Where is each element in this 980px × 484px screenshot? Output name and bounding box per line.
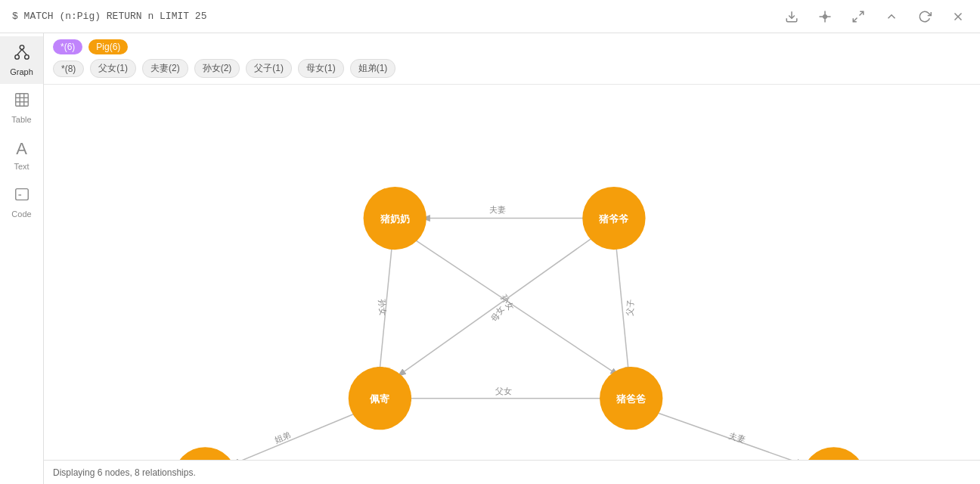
- node-label-zuyeye: 猪爷爷: [598, 213, 629, 225]
- edge-sunv-n1n4: [413, 238, 619, 376]
- rel-badge-sunv[interactable]: 孙女(2): [194, 59, 240, 78]
- text-icon: A: [16, 139, 27, 159]
- content-area: *(6) Pig(6) *(8) 父女(1) 夫妻(2) 孙女(2) 父子(1)…: [44, 33, 980, 484]
- pin-button[interactable]: [815, 7, 835, 26]
- edge-label-muv: 母女: [489, 304, 506, 323]
- graph-icon: [14, 44, 30, 64]
- code-label: Code: [11, 209, 31, 219]
- rel-badge-all[interactable]: *(8): [53, 60, 84, 77]
- node-badge-all[interactable]: *(6): [53, 39, 82, 54]
- rel-badge-fuv[interactable]: 父女(1): [90, 59, 136, 78]
- table-label: Table: [11, 115, 31, 124]
- graph-area[interactable]: 夫妻 孙女 母女 孙女 父子 父女 姐弟: [44, 85, 980, 460]
- graph-svg: 夫妻 孙女 母女 孙女 父子 父女 姐弟: [44, 85, 980, 460]
- code-icon: [14, 186, 30, 206]
- download-button[interactable]: [782, 7, 802, 26]
- sidebar-item-table[interactable]: Table: [0, 84, 43, 132]
- refresh-button[interactable]: [915, 7, 935, 26]
- node-qiaozhi[interactable]: [174, 447, 237, 460]
- status-bar: Displaying 6 nodes, 8 relationships.: [44, 460, 980, 484]
- close-button[interactable]: [948, 7, 968, 26]
- svg-line-10: [22, 49, 26, 54]
- table-icon: [14, 92, 30, 112]
- chevron-up-button[interactable]: [882, 7, 901, 26]
- graph-label: Graph: [10, 67, 33, 76]
- text-label: Text: [14, 162, 29, 171]
- rel-badge-fuz[interactable]: 父子(1): [246, 59, 292, 78]
- edge-label-fuz: 父子: [625, 299, 635, 316]
- sidebar: Graph Table A Text: [0, 33, 44, 484]
- rel-badge-jied[interactable]: 姐弟(1): [350, 59, 396, 78]
- node-zhumama[interactable]: [802, 447, 865, 460]
- top-actions: [782, 7, 968, 26]
- svg-line-3: [853, 17, 857, 21]
- sidebar-item-code[interactable]: Code: [0, 178, 43, 226]
- rel-filter-row: *(8) 父女(1) 夫妻(2) 孙女(2) 父子(1) 母女(1) 姐弟(1): [53, 59, 971, 78]
- expand-button[interactable]: [848, 7, 868, 26]
- main-area: Graph Table A Text: [0, 33, 980, 484]
- svg-point-8: [24, 55, 28, 60]
- svg-rect-16: [15, 189, 28, 200]
- svg-point-7: [14, 55, 19, 60]
- svg-line-2: [860, 11, 864, 15]
- filter-bar: *(6) Pig(6) *(8) 父女(1) 夫妻(2) 孙女(2) 父子(1)…: [44, 33, 980, 85]
- svg-point-6: [20, 45, 24, 50]
- node-label-zunainai: 猪奶奶: [380, 213, 410, 225]
- status-text: Displaying 6 nodes, 8 relationships.: [53, 467, 196, 478]
- edge-label-jied: 姐弟: [273, 430, 292, 445]
- edge-label-fuqi2: 夫妻: [728, 430, 747, 444]
- node-label-zhubaba: 猪爸爸: [616, 393, 647, 405]
- node-label-peiji: 佩寄: [369, 393, 389, 405]
- top-bar: $ MATCH (n:Pig) RETURN n LIMIT 25: [0, 0, 980, 33]
- edge-label-fuqi: 夫妻: [489, 205, 506, 214]
- node-badge-pig[interactable]: Pig(6): [88, 39, 128, 54]
- edge-label-sunv2: 孙女: [377, 299, 388, 316]
- svg-rect-11: [15, 94, 28, 107]
- svg-line-9: [17, 49, 21, 54]
- edge-label-fuv: 父女: [495, 386, 512, 396]
- edge-jied-n3n5: [231, 413, 358, 460]
- node-filter-row: *(6) Pig(6): [53, 39, 971, 54]
- rel-badge-muv[interactable]: 母女(1): [298, 59, 344, 78]
- edge-muv-n2n3: [397, 238, 591, 377]
- sidebar-item-text[interactable]: A Text: [0, 132, 43, 178]
- sidebar-item-graph[interactable]: Graph: [0, 36, 43, 84]
- query-display: $ MATCH (n:Pig) RETURN n LIMIT 25: [12, 11, 206, 22]
- rel-badge-fuqi[interactable]: 夫妻(2): [142, 59, 188, 78]
